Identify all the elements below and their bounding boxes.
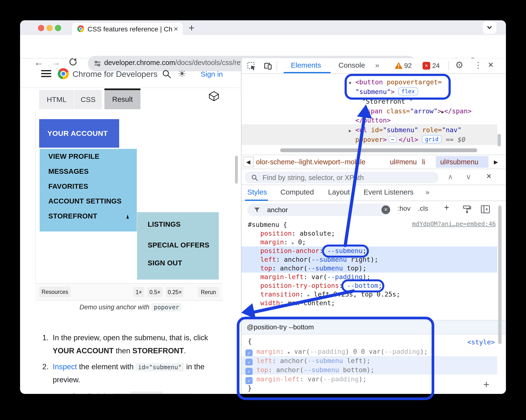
traffic-minimize-button[interactable] bbox=[46, 25, 53, 31]
devtools-tab-console[interactable]: Console bbox=[338, 61, 365, 69]
declaration-checkbox[interactable]: ✓ bbox=[245, 359, 253, 366]
resources-button[interactable]: Resources bbox=[39, 287, 71, 297]
sidebar-toggle-icon[interactable] bbox=[480, 204, 490, 215]
tab-computed[interactable]: Computed bbox=[280, 188, 314, 196]
toggle-hover-state-button[interactable]: :hov bbox=[398, 205, 410, 212]
elements-tree-row[interactable]: "submenu">flex bbox=[355, 87, 418, 97]
browser-tab[interactable]: CSS features reference | Chr × bbox=[72, 23, 182, 35]
devtools-menu-dots-icon[interactable]: ⋮ bbox=[474, 60, 482, 70]
find-input[interactable] bbox=[262, 173, 432, 182]
css-declaration[interactable]: margin: ▶ 0; bbox=[242, 238, 497, 247]
elements-tree-row-selected[interactable]: ▶<ul id="submenu" role="nav" bbox=[349, 125, 461, 135]
filter-clear-icon[interactable]: × bbox=[381, 205, 390, 214]
submenu-item-sign-out[interactable]: SIGN OUT bbox=[148, 259, 182, 267]
site-settings-icon[interactable] bbox=[93, 60, 101, 67]
css-declaration-highlighted[interactable]: top: anchor(--submenu top); bbox=[242, 264, 497, 273]
warning-icon[interactable] bbox=[394, 62, 403, 70]
styles-vertical-scrollbar-thumb[interactable] bbox=[498, 205, 502, 344]
css-declaration-highlighted[interactable]: left: anchor(--submenu right); bbox=[242, 255, 497, 264]
device-toolbar-icon[interactable] bbox=[263, 61, 273, 71]
elements-tree-row[interactable]: <span class="arrow">▶</span> bbox=[363, 106, 472, 116]
breadcrumb-item[interactable]: li bbox=[422, 158, 425, 166]
css-declaration-checkbox[interactable]: ✓margin: ▶ var(--padding) 0 0 var(--padd… bbox=[242, 347, 497, 356]
elements-tree-row-selected[interactable]: popover>⋯</ul>grid == $0 bbox=[355, 135, 465, 144]
styles-filter-input[interactable] bbox=[267, 206, 369, 214]
css-declaration[interactable]: width: max-content; bbox=[242, 299, 497, 307]
submenu-item-special-offers[interactable]: SPECIAL OFFERS bbox=[148, 241, 209, 249]
new-style-rule-icon[interactable]: + bbox=[444, 202, 449, 213]
menu-item-account-settings[interactable]: ACCOUNT SETTINGS bbox=[48, 197, 121, 205]
breadcrumb-scroll-right-icon[interactable]: ▶ bbox=[494, 159, 498, 165]
page-scrollbar-thumb[interactable] bbox=[235, 156, 238, 184]
css-declaration-checkbox-highlighted[interactable]: ✓top: anchor(--submenu bottom); bbox=[242, 365, 497, 375]
tab-styles[interactable]: Styles bbox=[247, 188, 267, 196]
menu-item-view-profile[interactable]: VIEW PROFILE bbox=[48, 152, 99, 160]
css-declaration[interactable]: margin-left: var(--padding); bbox=[242, 273, 497, 281]
css-declaration[interactable]: position: absolute; bbox=[242, 229, 497, 238]
css-declaration-checkbox[interactable]: ✓margin-left: var(--padding); bbox=[242, 375, 497, 384]
zoom-025x-button[interactable]: 0.25× bbox=[166, 287, 183, 297]
devtools-tab-elements[interactable]: Elements bbox=[291, 61, 321, 69]
tab-layout[interactable]: Layout bbox=[328, 188, 350, 196]
theme-toggle-sun-icon[interactable]: ☀ bbox=[178, 68, 186, 79]
warning-count[interactable]: 92 bbox=[404, 62, 412, 70]
elements-tree-row[interactable]: "Storefront " bbox=[362, 97, 413, 106]
sidebar-more-tabs-icon[interactable]: » bbox=[425, 188, 430, 196]
codepen-cube-icon[interactable] bbox=[208, 90, 220, 103]
elements-horizontal-scrollbar-thumb[interactable] bbox=[280, 148, 477, 152]
elements-tree-row[interactable]: </button> bbox=[355, 116, 391, 125]
breadcrumb-item[interactable]: ul#menu bbox=[390, 158, 417, 166]
menu-item-favorites[interactable]: FAVORITES bbox=[48, 182, 88, 190]
elements-vertical-scrollbar-thumb[interactable] bbox=[497, 134, 501, 146]
sign-in-link[interactable]: Sign in bbox=[201, 70, 223, 78]
traffic-zoom-button[interactable] bbox=[55, 25, 61, 31]
find-next-icon[interactable]: ∨ bbox=[466, 172, 471, 181]
add-declaration-plus-icon[interactable]: + bbox=[483, 379, 489, 390]
traffic-close-button[interactable] bbox=[38, 25, 44, 31]
zoom-05x-button[interactable]: 0.5× bbox=[147, 287, 163, 297]
tab-event-listeners[interactable]: Event Listeners bbox=[364, 188, 414, 196]
demo-tab-css[interactable]: CSS bbox=[74, 90, 102, 109]
breadcrumb-item-selected[interactable]: ul#submenu bbox=[440, 158, 478, 166]
styles-filter-pill[interactable] bbox=[247, 203, 390, 216]
error-icon[interactable]: × bbox=[423, 62, 430, 70]
breadcrumb-scroll-left-icon[interactable]: ◀ bbox=[243, 157, 253, 167]
error-count[interactable]: 24 bbox=[432, 62, 440, 70]
more-tabs-icon[interactable]: » bbox=[375, 61, 379, 69]
hamburger-menu-icon[interactable] bbox=[41, 70, 51, 77]
css-declaration-highlighted[interactable]: position-anchor: --submenu; bbox=[242, 247, 497, 255]
css-declaration[interactable]: transition: ▶ left 0.25s, top 0.25s; bbox=[242, 290, 497, 299]
breadcrumb-item[interactable]: olor-scheme--light.viewport--mobile bbox=[256, 158, 365, 166]
devtools-settings-gear-icon[interactable]: ⚙ bbox=[455, 60, 463, 70]
url-text[interactable]: developer.chrome.com/docs/devtools/css/r… bbox=[104, 59, 264, 67]
css-declaration[interactable]: position-try-options: --bottom; bbox=[242, 281, 497, 290]
menu-item-messages[interactable]: MESSAGES bbox=[48, 168, 89, 175]
find-input-pill[interactable] bbox=[245, 171, 438, 183]
demo-tab-result[interactable]: Result bbox=[104, 89, 141, 109]
rendering-brush-icon[interactable] bbox=[462, 204, 472, 215]
declaration-checkbox[interactable]: ✓ bbox=[245, 377, 253, 384]
site-search-icon[interactable] bbox=[161, 69, 172, 80]
tab-search-button[interactable] bbox=[483, 21, 496, 34]
css-declaration-checkbox-highlighted[interactable]: ✓left: anchor(--submenu left); bbox=[242, 356, 497, 365]
find-previous-icon[interactable]: ∧ bbox=[448, 172, 453, 181]
rerun-button[interactable]: Rerun bbox=[198, 287, 219, 297]
devtools-close-icon[interactable]: × bbox=[488, 60, 493, 70]
declaration-checkbox[interactable]: ✓ bbox=[245, 350, 253, 357]
stylesheet-source-link[interactable]: mdYdpOM?ani…pe=embed:46 bbox=[412, 220, 496, 227]
new-tab-button[interactable]: + bbox=[189, 22, 195, 34]
your-account-button[interactable]: YOUR ACCOUNT bbox=[39, 119, 119, 148]
back-icon[interactable]: ← bbox=[34, 57, 43, 68]
submenu-item-listings[interactable]: LISTINGS bbox=[148, 220, 181, 228]
elements-tree-row[interactable]: ▼<button popovertarget= bbox=[349, 77, 442, 87]
step-2-inspect-link[interactable]: Inspect bbox=[53, 362, 77, 371]
reload-icon[interactable] bbox=[68, 57, 78, 69]
style-element-link[interactable]: <style> bbox=[467, 338, 495, 346]
find-close-icon[interactable]: × bbox=[486, 171, 491, 181]
at-position-try-header[interactable]: @position-try --bottom bbox=[242, 320, 506, 334]
inspect-element-icon[interactable] bbox=[247, 61, 256, 71]
declaration-checkbox[interactable]: ✓ bbox=[245, 368, 253, 375]
demo-tab-html[interactable]: HTML bbox=[39, 90, 74, 109]
toggle-class-button[interactable]: .cls bbox=[418, 205, 428, 212]
menu-item-storefront[interactable]: STOREFRONT bbox=[48, 212, 97, 220]
